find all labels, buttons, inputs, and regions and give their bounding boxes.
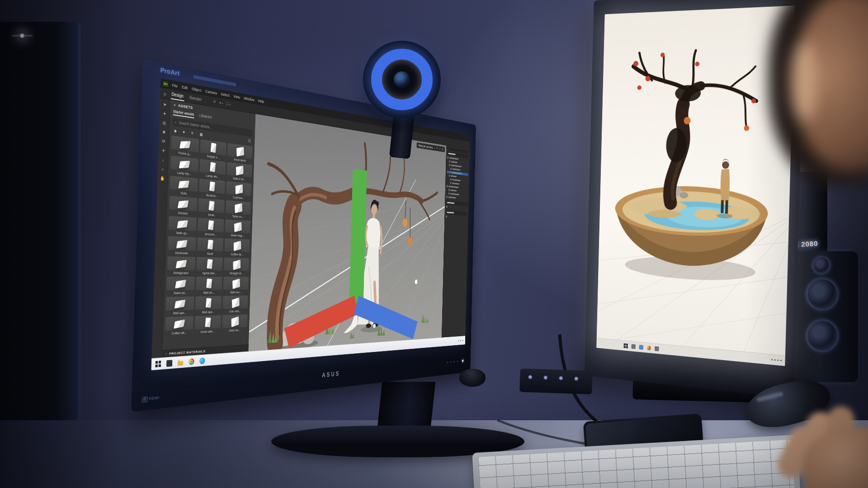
asset-tile[interactable]: Wall do... [196, 277, 222, 295]
webcam [359, 41, 445, 149]
search-icon: ⌕ [175, 120, 177, 125]
home-icon[interactable]: ⌂ [163, 90, 166, 96]
asset-thumbnail [166, 277, 194, 290]
asset-label: Sofa [181, 191, 187, 196]
asset-label: Refrigerator [174, 271, 189, 275]
asset-label: Armcha... [205, 232, 217, 237]
snap-icon[interactable]: ⌖▾ [219, 100, 223, 105]
lights-filter-icon[interactable]: ✳ [191, 131, 194, 136]
asset-tile[interactable]: Spiral stai... [196, 257, 223, 275]
orbit-tool-icon[interactable]: ◎ [162, 121, 166, 126]
asset-tile[interactable]: Table go... [168, 216, 196, 235]
zoom-tool-icon[interactable]: ⌕ [161, 167, 164, 172]
menu-item[interactable]: Help [258, 99, 264, 103]
asset-label: Deckchair [175, 251, 188, 255]
system-tray[interactable] [458, 340, 463, 342]
scene-panel: ⌕ [442, 145, 470, 338]
speaker [790, 251, 858, 382]
system-tray[interactable] [771, 359, 782, 361]
asset-thumbnail [165, 316, 193, 331]
chrome-icon[interactable] [189, 358, 194, 365]
menu-item[interactable]: Window [244, 96, 255, 102]
speaker-tweeter [812, 256, 831, 275]
menu-item[interactable]: Object [192, 86, 202, 92]
pan-hand-icon[interactable]: ✋ [160, 176, 165, 181]
taskbar-app-icon[interactable] [166, 360, 172, 367]
menu-item[interactable]: Camera [205, 89, 217, 95]
asset-tile[interactable]: Desk lamp [227, 143, 253, 164]
materials-filter-icon[interactable]: ● [183, 130, 185, 134]
menu-item[interactable]: Select [221, 92, 230, 98]
asset-label: Coffee wit... [171, 331, 187, 335]
asset-tile[interactable]: Wall ope... [195, 296, 222, 314]
scene-property-row[interactable] [446, 215, 467, 219]
pc-tower-left [0, 22, 80, 488]
windows-start-button[interactable] [623, 343, 628, 348]
move-gizmo-icon[interactable]: ⟐ [213, 99, 216, 104]
tab-libraries[interactable]: Libraries [199, 113, 212, 121]
taskbar-icon[interactable] [631, 344, 636, 349]
asset-tile[interactable]: Simple s... [200, 140, 226, 160]
asset-tile[interactable]: Stairs str... [166, 277, 195, 295]
viewport-3d[interactable]: Viewport camera ▾ ⛉ ⌗ ⚙ [248, 114, 446, 351]
edge-icon[interactable] [199, 357, 205, 364]
proart-sub-text [193, 75, 236, 87]
select-tool-icon[interactable]: ➤ [163, 102, 167, 107]
asset-thumbnail [225, 239, 250, 252]
monitor-buttons[interactable] [447, 361, 458, 364]
asset-thumbnail [196, 257, 223, 271]
asset-tile[interactable]: Sofa [170, 176, 198, 196]
asus-logo: ASUS [322, 370, 340, 379]
asset-tile[interactable]: Lamp wir... [199, 159, 226, 179]
asset-tile[interactable]: Wall rou... [223, 277, 249, 295]
asset-tile[interactable]: Table en... [226, 200, 251, 219]
asset-grid: Frame g... Simple s... Desk [162, 134, 255, 350]
magnet-icon[interactable]: ⛶▾ [226, 102, 231, 107]
asset-tile[interactable]: Juice bo... [222, 314, 247, 333]
magic-wand-icon[interactable]: ✦ [163, 112, 166, 117]
grid-view-icon[interactable]: ☷ [248, 139, 250, 143]
taskbar-icon[interactable] [639, 345, 643, 350]
asset-label: Simple s... [207, 154, 219, 160]
asset-tile[interactable]: Stool [197, 237, 223, 256]
asset-label: Table go... [176, 231, 189, 235]
asset-tile[interactable]: Drink cart... [194, 315, 221, 334]
file-explorer-icon[interactable] [177, 359, 183, 366]
asset-tile[interactable]: Straight st... [224, 258, 249, 275]
speaker-cone [806, 319, 839, 352]
chrome-icon[interactable] [647, 346, 651, 351]
tab-design[interactable]: Design [170, 90, 184, 101]
models-filter-icon[interactable]: ◆ [174, 128, 177, 133]
asset-thumbnail [200, 140, 226, 156]
asset-tile[interactable]: Coffee wit... [165, 316, 193, 336]
asset-label: Dresser [178, 211, 188, 216]
menu-item[interactable]: File [172, 83, 178, 88]
asset-tile[interactable]: Can vert... [222, 296, 248, 314]
asset-tile[interactable]: Sofa 3 se... [227, 162, 252, 182]
asset-tile[interactable]: Lamp trip... [170, 155, 198, 177]
asset-tile[interactable]: Armcha... [198, 218, 224, 237]
rotate-view-icon[interactable]: ⟳ [162, 139, 165, 144]
asset-tile[interactable]: Deckchair [168, 236, 196, 255]
asset-tile[interactable]: Bookca... [198, 178, 225, 198]
asset-tile[interactable]: Dresser [169, 196, 197, 216]
dolly-tool-icon[interactable]: ✥ [162, 130, 166, 135]
add-tool-icon[interactable]: ✛ [162, 148, 165, 153]
asset-thumbnail [199, 159, 226, 175]
tab-render[interactable]: Render [189, 94, 203, 104]
asset-tile[interactable]: Refrigerator [167, 256, 195, 275]
menu-item[interactable]: Edit [182, 84, 188, 90]
windows-start-button[interactable] [156, 361, 161, 367]
taskbar-icon[interactable] [655, 346, 659, 351]
asset-label: Wall ope... [202, 310, 214, 314]
asset-tile[interactable]: Frame g... [171, 136, 199, 157]
asset-tile[interactable]: Cushion... [226, 181, 251, 201]
asset-tile[interactable]: Wall ope... [165, 296, 194, 315]
images-filter-icon[interactable]: ▦ [199, 132, 203, 136]
asset-tile[interactable]: Coffee ta... [224, 239, 250, 257]
down-arrow-icon[interactable]: ↓ [162, 158, 164, 162]
asset-thumbnail [227, 143, 253, 159]
asset-tile[interactable]: Bean bag... [225, 219, 250, 238]
asset-tile[interactable]: Desk [198, 198, 225, 217]
menu-item[interactable]: View [233, 94, 240, 99]
